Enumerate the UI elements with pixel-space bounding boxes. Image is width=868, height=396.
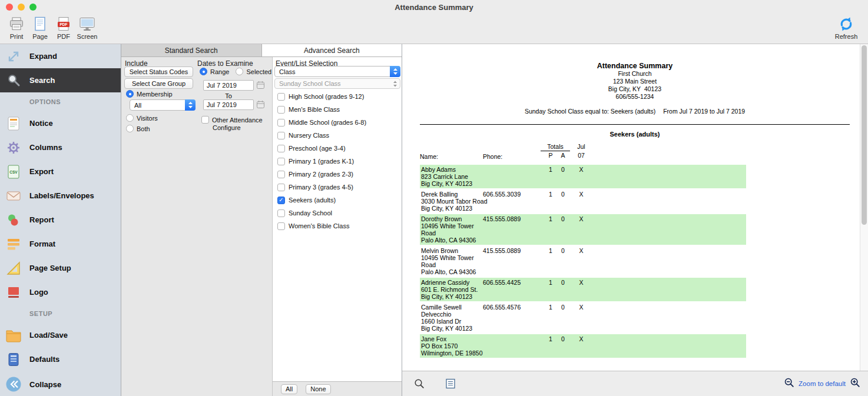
other-attendance-checkbox[interactable] bbox=[201, 116, 209, 124]
both-label: Both bbox=[137, 125, 150, 132]
class-option[interactable]: High School (grades 9-12) bbox=[273, 90, 402, 103]
checkbox-unchecked-icon[interactable] bbox=[277, 132, 285, 139]
zoom-to-default-label[interactable]: Zoom to default bbox=[799, 380, 846, 387]
checkbox-unchecked-icon[interactable] bbox=[277, 106, 285, 114]
sidebar-item-search[interactable]: Search bbox=[0, 68, 121, 92]
class-option-label: Women's Bible Class bbox=[289, 222, 349, 229]
from-date-field[interactable]: Jul 7 2019 bbox=[203, 80, 254, 91]
both-radio[interactable] bbox=[126, 125, 134, 132]
class-option[interactable]: Middle School (grades 6-8) bbox=[273, 116, 402, 129]
defaults-book-icon bbox=[5, 351, 22, 368]
class-option[interactable]: Women's Bible Class bbox=[273, 219, 402, 232]
both-option[interactable]: Both bbox=[126, 125, 150, 132]
class-option[interactable]: Sunday School bbox=[273, 207, 402, 219]
configure-link[interactable]: Configure bbox=[213, 124, 241, 131]
checkbox-unchecked-icon[interactable] bbox=[277, 184, 285, 191]
sidebar-item-collapse[interactable]: Collapse bbox=[0, 372, 121, 396]
tab-standard-search[interactable]: Standard Search bbox=[121, 44, 262, 56]
window-title: Attendance Summary bbox=[0, 3, 868, 12]
membership-type-value: All bbox=[134, 102, 141, 109]
expand-icon bbox=[5, 48, 22, 65]
class-option[interactable]: Primary 1 (grades K-1) bbox=[273, 155, 402, 168]
pdf-button[interactable]: PDF PDF bbox=[52, 16, 75, 40]
class-option-label: Primary 3 (grades 4-5) bbox=[289, 184, 353, 191]
row-present-total: 1 bbox=[547, 279, 554, 286]
class-option[interactable]: Preschool (age 3-4) bbox=[273, 142, 402, 155]
refresh-button[interactable]: Refresh bbox=[830, 16, 862, 40]
zoom-window-button[interactable] bbox=[29, 4, 37, 11]
to-date-picker-icon[interactable] bbox=[256, 100, 265, 111]
report-row: Adrienne Cassidy601 E. Richmond St.Big C… bbox=[420, 278, 746, 301]
class-option[interactable]: Nursery Class bbox=[273, 129, 402, 142]
checkbox-unchecked-icon[interactable] bbox=[277, 222, 285, 230]
class-option[interactable]: Men's Bible Class bbox=[273, 103, 402, 116]
other-attendance-option[interactable]: Other Attendance bbox=[201, 116, 263, 124]
pdf-icon: PDF bbox=[57, 16, 71, 32]
minimize-window-button[interactable] bbox=[18, 4, 25, 11]
report-footer: Zoom to default bbox=[402, 371, 868, 396]
report-address2: Big City, KY 40123 bbox=[420, 85, 850, 93]
checkbox-checked-icon[interactable]: ✓ bbox=[277, 197, 285, 204]
report-search-icon[interactable] bbox=[414, 371, 425, 396]
report-view: Attendance Summary First Church 123 Main… bbox=[402, 44, 860, 371]
sidebar-item-labels-envelopes[interactable]: Labels/Envelopes bbox=[0, 184, 121, 208]
visitors-option[interactable]: Visitors bbox=[126, 114, 158, 122]
visitors-radio[interactable] bbox=[126, 114, 134, 122]
zoom-in-icon[interactable] bbox=[850, 378, 860, 390]
event-category-value: Sunday School Class bbox=[279, 80, 341, 87]
row-attendance-mark: X bbox=[574, 304, 589, 311]
pdf-label: PDF bbox=[57, 33, 70, 40]
class-option[interactable]: ✓Seekers (adults) bbox=[273, 194, 402, 207]
report-row: Melvin Brown10495 White TowerRoadPalo Al… bbox=[420, 246, 746, 277]
sidebar-label-columns: Columns bbox=[29, 143, 62, 152]
membership-radio[interactable] bbox=[126, 90, 134, 98]
tab-advanced-search[interactable]: Advanced Search bbox=[262, 44, 402, 56]
membership-option[interactable]: Membership bbox=[126, 90, 173, 98]
checkbox-unchecked-icon[interactable] bbox=[277, 209, 285, 217]
sidebar-item-notice[interactable]: Notice bbox=[0, 111, 121, 135]
refresh-icon bbox=[837, 16, 856, 32]
class-option-label: Preschool (age 3-4) bbox=[289, 145, 346, 152]
select-all-button[interactable]: All bbox=[281, 384, 297, 394]
sidebar-item-report[interactable]: Report bbox=[0, 208, 121, 232]
checkbox-unchecked-icon[interactable] bbox=[277, 158, 285, 165]
traffic-lights bbox=[6, 4, 37, 11]
page-button[interactable]: Page bbox=[28, 16, 52, 40]
from-date-picker-icon[interactable] bbox=[256, 81, 265, 92]
from-date-value: Jul 7 2019 bbox=[207, 82, 237, 89]
print-button[interactable]: Print bbox=[5, 16, 28, 40]
membership-type-select[interactable]: All bbox=[130, 99, 196, 111]
class-option[interactable]: Primary 2 (grades 2-3) bbox=[273, 168, 402, 181]
select-status-codes-button[interactable]: Select Status Codes bbox=[124, 66, 193, 77]
close-window-button[interactable] bbox=[6, 4, 13, 11]
gear-icon bbox=[5, 139, 22, 157]
sidebar-item-defaults[interactable]: Defaults bbox=[0, 347, 121, 371]
report-group-title: Seekers (adults) bbox=[420, 131, 850, 138]
sidebar-item-columns[interactable]: Columns bbox=[0, 135, 121, 159]
checkbox-unchecked-icon[interactable] bbox=[277, 145, 285, 152]
checkbox-unchecked-icon[interactable] bbox=[277, 93, 285, 101]
sidebar-item-logo[interactable]: Logo bbox=[0, 280, 121, 304]
range-radio[interactable] bbox=[200, 68, 207, 75]
screen-button[interactable]: Screen bbox=[75, 16, 99, 40]
sidebar-item-format[interactable]: Format bbox=[0, 232, 121, 256]
selected-radio[interactable] bbox=[236, 68, 243, 75]
format-bars-icon bbox=[5, 235, 22, 253]
sidebar-item-export[interactable]: CSV Export bbox=[0, 159, 121, 184]
zoom-out-icon[interactable] bbox=[784, 378, 794, 390]
class-option[interactable]: Primary 3 (grades 4-5) bbox=[273, 181, 402, 194]
sidebar-item-load-save[interactable]: Load/Save bbox=[0, 323, 121, 347]
to-date-field[interactable]: Jul 7 2019 bbox=[203, 99, 254, 110]
report-org-name: First Church bbox=[420, 70, 850, 78]
event-type-select[interactable]: Class bbox=[274, 66, 400, 77]
scrollbar-thumb[interactable] bbox=[862, 45, 867, 225]
report-pages-icon[interactable] bbox=[446, 371, 455, 396]
select-none-button[interactable]: None bbox=[306, 384, 330, 394]
report-scrollbar[interactable] bbox=[860, 44, 868, 371]
checkbox-unchecked-icon[interactable] bbox=[277, 119, 285, 127]
name-header: Name: bbox=[420, 153, 438, 160]
sidebar-item-expand[interactable]: Expand bbox=[0, 44, 121, 68]
checkbox-unchecked-icon[interactable] bbox=[277, 171, 285, 178]
sidebar-item-page-setup[interactable]: Page Setup bbox=[0, 256, 121, 280]
select-care-group-button[interactable]: Select Care Group bbox=[124, 78, 193, 89]
